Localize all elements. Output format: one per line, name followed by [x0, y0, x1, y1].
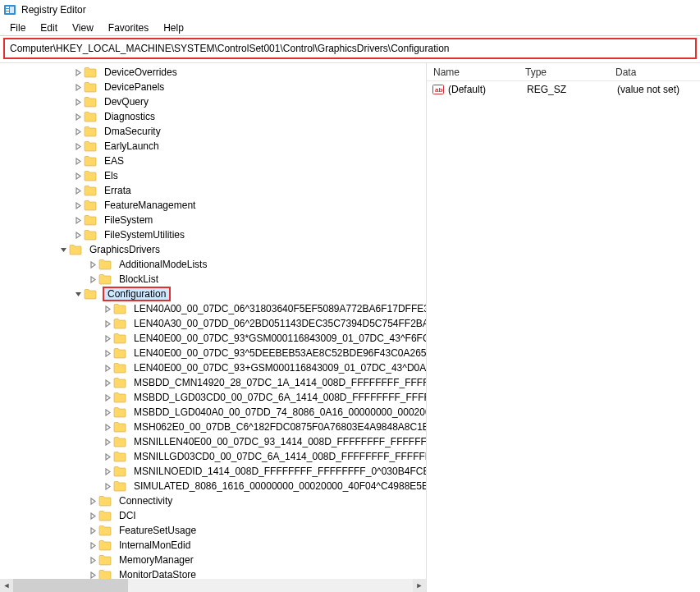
tree-item[interactable]: MSNILLGD03CD0_00_07DC_6A_1414_008D_FFFFF… — [0, 449, 426, 464]
chevron-right-icon[interactable] — [72, 200, 84, 211]
chevron-right-icon[interactable] — [72, 67, 84, 78]
tree-item[interactable]: LEN40A00_00_07DC_06^31803640F5EF5089A772… — [0, 301, 426, 316]
chevron-right-icon[interactable] — [102, 466, 113, 477]
tree-item[interactable]: MonitorDataStore — [0, 567, 426, 579]
tree-item[interactable]: AdditionalModeLists — [0, 257, 426, 272]
chevron-right-icon[interactable] — [72, 111, 84, 122]
tree-item-configuration[interactable]: Configuration — [0, 287, 426, 301]
chevron-right-icon[interactable] — [102, 303, 113, 314]
col-header-data[interactable]: Data — [615, 67, 700, 78]
tree-item[interactable]: FeatureSetUsage — [0, 523, 426, 538]
address-bar-highlight — [3, 38, 697, 59]
chevron-right-icon[interactable] — [102, 318, 113, 329]
chevron-right-icon[interactable] — [87, 273, 98, 285]
col-header-type[interactable]: Type — [525, 67, 615, 78]
tree-item-label: DCI — [115, 509, 140, 522]
tree-item[interactable]: LEN40E00_00_07DC_93^5DEEBEB53AE8C52BDE96… — [0, 346, 426, 360]
chevron-right-icon[interactable] — [72, 81, 84, 93]
menu-bar: File Edit View Favorites Help — [0, 20, 700, 36]
folder-icon — [84, 170, 97, 181]
tree-item-label: DevicePanels — [100, 80, 168, 94]
menu-edit[interactable]: Edit — [34, 21, 64, 35]
chevron-right-icon[interactable] — [72, 155, 84, 167]
tree-item[interactable]: MSBDD_LGD03CD0_00_07DC_6A_1414_008D_FFFF… — [0, 390, 426, 405]
tree-item-label: DeviceOverrides — [100, 66, 181, 79]
chevron-right-icon[interactable] — [102, 451, 113, 462]
tree-item[interactable]: MSNILNOEDID_1414_008D_FFFFFFFF_FFFFFFFF_… — [0, 464, 426, 479]
chevron-down-icon[interactable] — [72, 288, 84, 300]
regedit-icon — [3, 3, 16, 16]
tree-item[interactable]: Errata — [0, 183, 426, 198]
tree-item[interactable]: LEN40A30_00_07DD_06^2BD051143DEC35C7394D… — [0, 316, 426, 331]
tree-item[interactable]: EarlyLaunch — [0, 139, 426, 154]
chevron-right-icon[interactable] — [72, 140, 84, 152]
chevron-right-icon[interactable] — [102, 377, 113, 388]
menu-help[interactable]: Help — [157, 21, 190, 35]
chevron-right-icon[interactable] — [87, 510, 98, 521]
tree-item[interactable]: MSNILLEN40E00_00_07DC_93_1414_008D_FFFFF… — [0, 434, 426, 449]
tree-item[interactable]: EAS — [0, 154, 426, 168]
tree-item[interactable]: Connectivity — [0, 493, 426, 508]
address-bar[interactable] — [5, 39, 695, 57]
chevron-right-icon[interactable] — [102, 406, 113, 418]
tree-item[interactable]: SIMULATED_8086_1616_00000000_00020000_40… — [0, 479, 426, 493]
chevron-right-icon[interactable] — [87, 525, 98, 536]
scroll-left-icon[interactable]: ◄ — [0, 579, 13, 592]
scroll-track[interactable] — [13, 579, 413, 592]
tree-item[interactable]: DevicePanels — [0, 80, 426, 94]
tree-item[interactable]: Els — [0, 168, 426, 183]
tree-item[interactable]: MSH062E0_00_07DB_C6^182FDC0875F0A76803E4… — [0, 420, 426, 434]
list-row[interactable]: ab (Default) REG_SZ (value not set) — [427, 81, 700, 98]
chevron-right-icon[interactable] — [102, 421, 113, 433]
chevron-right-icon[interactable] — [87, 569, 98, 579]
col-header-name[interactable]: Name — [427, 67, 525, 78]
chevron-right-icon[interactable] — [72, 126, 84, 137]
tree-item[interactable]: MSBDD_LGD040A0_00_07DD_74_8086_0A16_0000… — [0, 405, 426, 420]
tree-item-graphicsdrivers[interactable]: GraphicsDrivers — [0, 242, 426, 257]
chevron-right-icon[interactable] — [87, 259, 98, 270]
chevron-right-icon[interactable] — [102, 392, 113, 403]
chevron-down-icon[interactable] — [57, 244, 69, 255]
menu-file[interactable]: File — [3, 21, 32, 35]
chevron-right-icon[interactable] — [72, 229, 84, 241]
chevron-right-icon[interactable] — [102, 333, 113, 344]
tree-item[interactable]: FileSystemUtilities — [0, 227, 426, 242]
tree-item[interactable]: DCI — [0, 508, 426, 523]
tree-item-label: MSBDD_LGD03CD0_00_07DC_6A_1414_008D_FFFF… — [130, 391, 426, 404]
tree-item-label: MemoryManager — [115, 553, 198, 567]
tree-item[interactable]: FileSystem — [0, 213, 426, 227]
list-header[interactable]: Name Type Data — [427, 63, 700, 81]
tree-item-label: Configuration — [100, 286, 173, 302]
tree-item[interactable]: LEN40E00_00_07DC_93*GSM000116843009_01_0… — [0, 331, 426, 346]
chevron-right-icon[interactable] — [102, 347, 113, 359]
tree-item[interactable]: InternalMonEdid — [0, 538, 426, 553]
chevron-right-icon[interactable] — [87, 495, 98, 507]
svg-rect-2 — [6, 9, 9, 11]
tree-horizontal-scrollbar[interactable]: ◄ ► — [0, 579, 426, 592]
chevron-right-icon[interactable] — [102, 362, 113, 374]
folder-icon — [98, 554, 112, 566]
chevron-right-icon[interactable] — [72, 170, 84, 181]
tree-item[interactable]: DmaSecurity — [0, 124, 426, 139]
tree-item[interactable]: MemoryManager — [0, 553, 426, 567]
menu-view[interactable]: View — [66, 21, 100, 35]
chevron-right-icon[interactable] — [72, 96, 84, 108]
registry-tree[interactable]: DeviceOverridesDevicePanelsDevQueryDiagn… — [0, 63, 426, 579]
chevron-right-icon[interactable] — [102, 436, 113, 447]
tree-item[interactable]: FeatureManagement — [0, 198, 426, 213]
tree-item[interactable]: DevQuery — [0, 94, 426, 109]
tree-item[interactable]: MSBDD_CMN14920_28_07DC_1A_1414_008D_FFFF… — [0, 375, 426, 390]
chevron-right-icon[interactable] — [72, 214, 84, 226]
chevron-right-icon[interactable] — [87, 554, 98, 566]
chevron-right-icon[interactable] — [87, 539, 98, 551]
menu-favorites[interactable]: Favorites — [102, 21, 155, 35]
tree-item[interactable]: Diagnostics — [0, 109, 426, 124]
chevron-right-icon[interactable] — [102, 480, 113, 492]
scroll-thumb[interactable] — [13, 579, 128, 592]
tree-item[interactable]: LEN40E00_00_07DC_93+GSM000116843009_01_0… — [0, 360, 426, 375]
tree-item[interactable]: DeviceOverrides — [0, 65, 426, 80]
chevron-right-icon[interactable] — [72, 185, 84, 196]
scroll-right-icon[interactable]: ► — [413, 579, 426, 592]
tree-item-label: LEN40A00_00_07DC_06^31803640F5EF5089A772… — [130, 302, 426, 315]
tree-item[interactable]: BlockList — [0, 272, 426, 287]
